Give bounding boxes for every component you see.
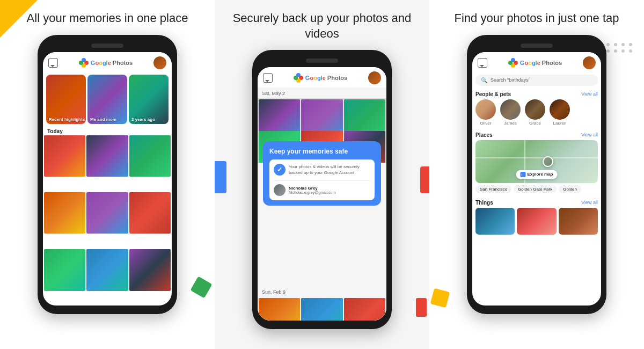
highlight-card-years[interactable]: 2 years ago [129,75,169,124]
place-tag-golden[interactable]: Golden [559,185,581,193]
photos-grid-1 [43,135,172,306]
pinwheel-icon-3 [508,58,518,68]
photo-cell[interactable] [129,192,171,234]
highlight-card-mom[interactable]: Me and mom [87,75,127,124]
photos-grid-3 [258,297,386,321]
places-section-title: Places [475,132,493,138]
panel-2-title: Securely back up your photos and videos [220,11,424,41]
chat-icon-2[interactable] [263,73,273,83]
panel-3-title: Find your photos in just one tap [455,11,619,26]
user-email: Nicholas.e.grey@gmail.com [289,191,335,194]
date-label-2: Sun, Feb 9 [258,286,386,297]
panel-search: Find your photos in just one tap Google … [429,0,644,349]
thing-card-flowers[interactable] [517,208,556,235]
place-tag-ggp[interactable]: Golden Gate Park [514,185,557,193]
things-view-all[interactable]: View all [581,200,598,205]
pinwheel-icon-2 [294,73,303,83]
person-grace[interactable]: Grace [525,99,545,126]
person-james[interactable]: James [500,99,521,126]
panel-1-title: All your memories in one place [27,11,188,26]
deco-blue-rect [215,161,226,193]
people-section-header: People & pets View all [475,88,598,99]
person-name-grace: Grace [529,121,541,126]
photo-cell[interactable] [86,192,128,234]
photo-cell[interactable] [44,249,85,290]
thing-card-landscape[interactable] [475,208,515,235]
highlights-row: Recent highlights Me and mom 2 years ago [43,72,172,126]
section-today-label: Today [43,126,172,135]
dot [606,49,610,53]
places-section-header: Places View all [475,129,598,140]
photo-cell-bg[interactable] [259,298,300,321]
map-container[interactable]: f Explore map [475,140,598,183]
photo-cell[interactable] [44,135,85,177]
map-road-h [475,157,598,158]
place-tag-sf[interactable]: San Francisco [475,185,511,193]
chat-icon[interactable] [48,58,58,68]
backup-dialog-title: Keep your memories safe [269,148,375,155]
backup-check-row: ✓ Your photos & videos will be securely … [274,164,370,176]
places-view-all[interactable]: View all [581,132,598,137]
user-avatar-3[interactable] [583,56,596,69]
map-btn-icon: f [520,172,525,177]
dot [621,43,625,46]
photo-cell[interactable] [86,135,128,177]
photo-cell[interactable] [129,135,171,177]
user-row: Nicholas Grey Nicholas.e.grey@gmail.com [274,180,370,196]
explore-map-text: Explore map [527,172,553,177]
dot [621,49,625,53]
date-label-1: Sat, May 2 [258,88,386,98]
places-tags: San Francisco Golden Gate Park Golden [475,185,598,193]
thing-card-food[interactable] [559,208,598,235]
highlight-card-recent[interactable]: Recent highlights [46,75,86,124]
things-section: Things View all [475,197,598,235]
things-section-header: Things View all [475,197,598,208]
backup-check-icon: ✓ [274,164,286,176]
dot [606,43,610,46]
dot [629,43,632,46]
search-icon: 🔍 [481,77,487,83]
phone-3: Google Photos 🔍 Search "birthdays" Peopl… [467,35,606,314]
user-avatar-1[interactable] [153,56,166,69]
pinwheel-icon [79,58,89,68]
search-bar[interactable]: 🔍 Search "birthdays" [475,75,598,86]
person-lauren[interactable]: Lauren [550,99,570,126]
photo-cell[interactable] [129,249,171,290]
highlight-label-years: 2 years ago [131,117,155,122]
user-avatar-dialog [274,184,286,196]
google-photos-logo-2: Google Photos [294,73,347,83]
user-info: Nicholas Grey Nicholas.e.grey@gmail.com [289,186,335,194]
phone-screen-3: Google Photos 🔍 Search "birthdays" Peopl… [472,52,601,306]
backup-check-text: Your photos & videos will be securely ba… [289,164,370,176]
phone-notch-3 [521,43,553,48]
person-name-james: James [504,121,517,126]
highlight-label-recent: Recent highlights [49,117,85,122]
photo-cell[interactable] [86,249,128,290]
phone-notch [91,43,123,48]
screen-2-content: Sat, May 2 Keep your memories safe [258,88,386,321]
photo-cell-bg[interactable] [344,298,385,321]
backup-dialog: Keep your memories safe ✓ Your photos & … [263,141,381,205]
dot [614,43,617,46]
dot [629,49,632,53]
photo-cell-bg[interactable] [301,298,342,321]
screen-1-content: Recent highlights Me and mom 2 years ago… [43,72,172,306]
deco-red-rect [416,298,427,317]
chat-icon-3[interactable] [478,58,487,68]
photo-cell[interactable] [44,192,85,234]
people-view-all[interactable]: View all [581,91,598,97]
google-photos-header-1: Google Photos [43,52,172,72]
panel-backup: Securely back up your photos and videos … [215,0,429,349]
panel-memories: All your memories in one place Google Ph… [0,0,215,349]
screen-3-content: 🔍 Search "birthdays" People & pets View … [472,72,601,306]
person-oliver[interactable]: Oliver [475,99,496,126]
google-photos-header-2: Google Photos [258,67,386,88]
google-photos-header-3: Google Photos [472,52,601,72]
person-avatar-grace [525,99,545,120]
backup-dialog-body: ✓ Your photos & videos will be securely … [269,159,375,200]
user-avatar-2[interactable] [368,71,381,84]
map-overlay[interactable]: f Explore map [516,170,557,179]
person-name-oliver: Oliver [480,121,492,126]
user-name: Nicholas Grey [289,186,335,191]
map-icon: f [521,172,525,177]
